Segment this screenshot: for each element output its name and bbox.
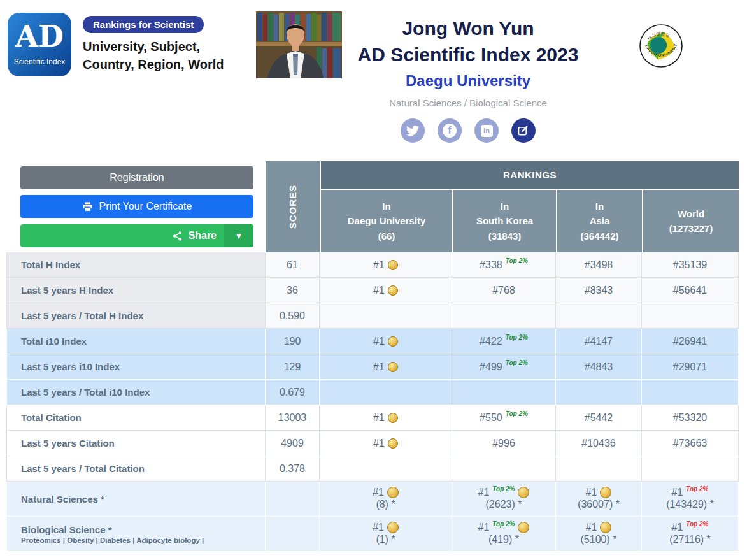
- row-label: Total H Index: [6, 252, 266, 278]
- table-row: Last 5 years i10 Index129#1#499Top 2%#48…: [6, 354, 739, 380]
- row-label: Last 5 years / Total i10 Index: [6, 380, 266, 405]
- university-link[interactable]: Daegu University: [287, 72, 650, 90]
- row-label: Natural Sciences *: [6, 482, 266, 517]
- rankings-header: RANKINGS: [320, 161, 739, 189]
- ranking-cell: #422Top 2%: [452, 329, 556, 354]
- ranking-cell: #996: [452, 431, 556, 456]
- rank-count: (143429) *: [666, 498, 714, 511]
- gold-medal-icon: [388, 285, 398, 296]
- top-percent-badge: Top 2%: [492, 485, 515, 492]
- rank-value: #550: [480, 412, 502, 424]
- rank-value: #338: [480, 259, 502, 271]
- row-label: Total Citation: [6, 405, 266, 431]
- ranking-cell: #1: [320, 329, 452, 354]
- ranking-cell: #1Top 2%(143429) *: [642, 482, 739, 517]
- rank-value: #996: [492, 438, 515, 449]
- ranking-cell: #338Top 2%: [452, 252, 556, 278]
- ranking-cell: #35139: [642, 252, 739, 278]
- ranking-cell: #4843: [556, 354, 642, 380]
- twitter-icon[interactable]: [401, 118, 425, 143]
- gold-medal-icon: [388, 362, 398, 372]
- ranking-cell: #499Top 2%: [452, 354, 556, 380]
- ranking-cell: [452, 303, 556, 329]
- rank-value: #1: [586, 522, 597, 533]
- table-row: Total H Index61#1#338Top 2%#3498#35139: [6, 252, 739, 278]
- column-header-world: World(1273227): [642, 189, 739, 252]
- score-value: 61: [266, 252, 320, 278]
- gold-medal-icon: [387, 487, 399, 498]
- rank-value: #5442: [585, 412, 613, 424]
- gold-medal-icon: [388, 438, 398, 449]
- column-header-south-korea: InSouth Korea(31843): [452, 189, 556, 252]
- column-header-asia: InAsia(364442): [556, 189, 642, 252]
- rank-count: (2623) *: [486, 498, 522, 511]
- rank-value: #1: [373, 259, 385, 271]
- rank-count: (419) *: [488, 533, 519, 546]
- rank-value: #499: [480, 361, 502, 373]
- ranking-cell: #1: [320, 252, 452, 278]
- edit-icon[interactable]: [511, 118, 536, 143]
- ranking-cell: #3498: [556, 252, 642, 278]
- rank-value: #1: [478, 522, 490, 533]
- gold-medal-icon: [518, 522, 529, 533]
- row-sublabel: Proteomics | Obesity | Diabetes | Adipoc…: [21, 536, 204, 544]
- score-value: [266, 517, 320, 552]
- top-percent-badge: Top 2%: [506, 359, 528, 366]
- table-row: Last 5 years Citation4909#1#996#10436#73…: [6, 431, 739, 456]
- ranking-cell: #1(1) *: [320, 517, 452, 552]
- gold-medal-icon: [388, 260, 398, 270]
- rank-value: #1: [373, 438, 385, 449]
- ranking-cell: [642, 380, 739, 405]
- rank-value: #1: [373, 285, 385, 296]
- table-row: Last 5 years / Total Citation0.378: [6, 456, 739, 482]
- ranking-cell: [642, 456, 739, 482]
- row-label: Last 5 years Citation: [6, 431, 266, 456]
- profile-header: Jong Won Yun AD Scientific Index 2023 Da…: [287, 15, 650, 108]
- logo-initials: AD: [8, 19, 71, 54]
- gold-medal-icon: [518, 487, 529, 498]
- top-percent-badge: Top 2%: [506, 257, 528, 264]
- top-percent-badge: Top 2%: [686, 485, 708, 492]
- ranking-cell: [556, 456, 642, 482]
- score-value: 36: [266, 278, 320, 303]
- row-label: Last 5 years / Total H Index: [6, 303, 266, 329]
- rank-value: #8343: [585, 285, 613, 296]
- tagline-line2: Country, Region, World: [83, 56, 224, 74]
- rank-count: (5100) *: [581, 533, 617, 546]
- rank-value: #4843: [585, 361, 613, 373]
- ranking-cell: #1(36007) *: [556, 482, 642, 517]
- score-value: 4909: [266, 431, 320, 456]
- scientist-name: Jong Won Yun: [287, 15, 650, 41]
- scientist-profile-page: AD Scientific Index Rankings for Scienti…: [0, 0, 747, 560]
- ranking-cell: #768: [452, 278, 556, 303]
- ranking-cell: #73663: [642, 431, 739, 456]
- table-row: Last 5 years / Total i10 Index0.679: [6, 380, 739, 405]
- social-buttons: f in: [287, 118, 650, 143]
- ranking-cell: [556, 303, 642, 329]
- facebook-icon[interactable]: f: [438, 118, 462, 143]
- top-percent-badge: Top 2%: [492, 521, 515, 528]
- score-value: 13003: [266, 405, 320, 431]
- metrics-table: SCORES RANKINGS InDaegu University(66) I…: [6, 161, 739, 552]
- rank-count: (8) *: [376, 498, 395, 511]
- top-percent-badge: Top 2%: [686, 521, 708, 528]
- ranking-cell: #1: [320, 431, 452, 456]
- linkedin-icon[interactable]: in: [474, 118, 499, 143]
- table-row: Last 5 years H Index36#1#768#8343#56641: [6, 278, 739, 303]
- rank-value: #1: [672, 487, 683, 498]
- table-row: Natural Sciences *#1(8) *#1Top 2%(2623) …: [6, 482, 739, 517]
- ranking-cell: #1: [320, 354, 452, 380]
- rank-value: #73663: [673, 438, 707, 449]
- score-value: [266, 482, 320, 517]
- ranking-cell: #10436: [556, 431, 642, 456]
- rank-value: #1: [373, 412, 385, 424]
- top-percent-badge: Top 2%: [506, 410, 528, 417]
- ranking-cell: [320, 456, 452, 482]
- ranking-cell: [642, 303, 739, 329]
- rank-value: #4147: [585, 336, 613, 347]
- ranking-cell: #1(5100) *: [556, 517, 642, 552]
- row-label: Biological Science *Proteomics | Obesity…: [6, 517, 266, 552]
- rank-value: #53320: [673, 412, 707, 424]
- rank-value: #56641: [673, 285, 707, 296]
- ranking-cell: #5442: [556, 405, 642, 431]
